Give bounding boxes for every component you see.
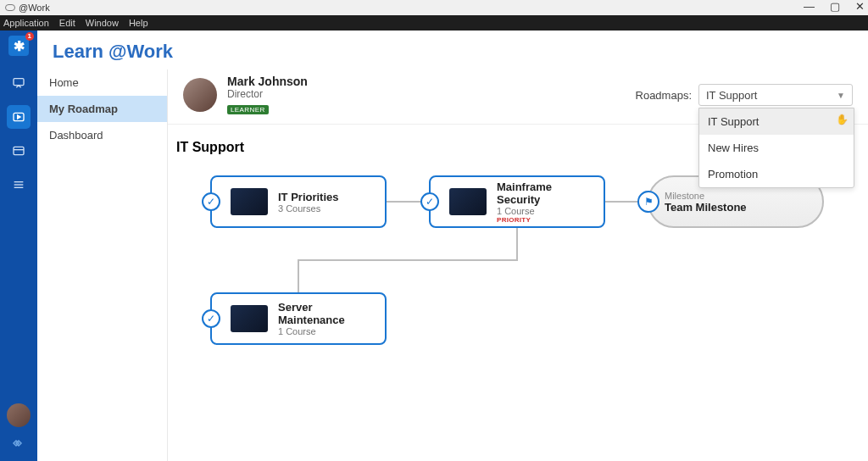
- sidebar-item-home[interactable]: Home: [37, 69, 167, 96]
- card-subtitle: 3 Courses: [278, 203, 339, 214]
- card-title: Server Maintenance: [278, 301, 376, 326]
- svg-rect-2: [14, 147, 24, 154]
- roadmap-select[interactable]: IT Support ▼ IT Support ✋ New Hires Prom…: [698, 84, 853, 106]
- card-subtitle: 1 Course: [278, 326, 376, 336]
- sidebar: Home My Roadmap Dashboard: [37, 69, 168, 461]
- check-icon: ✓: [420, 192, 439, 211]
- priority-badge: PRIORITY: [497, 216, 595, 224]
- menu-window[interactable]: Window: [86, 18, 119, 28]
- roadmap-dropdown: IT Support ✋ New Hires Promotion: [698, 108, 854, 188]
- rail-chat-icon[interactable]: [7, 71, 31, 95]
- roadmap-option-it-support[interactable]: IT Support ✋: [699, 108, 854, 135]
- window-close-button[interactable]: ✕: [855, 0, 865, 13]
- menubar: Application Edit Window Help: [0, 15, 868, 31]
- roadmap-canvas: ✓ IT Priorities 3 Courses ✓ Mainframe Se…: [168, 175, 868, 430]
- profile-name: Mark Johnson: [227, 75, 308, 88]
- sidebar-item-my-roadmap[interactable]: My Roadmap: [37, 96, 167, 122]
- check-icon: ✓: [202, 192, 220, 211]
- roadmap-option-new-hires[interactable]: New Hires: [699, 135, 854, 161]
- rail-play-icon[interactable]: [7, 105, 31, 129]
- app-eye-icon: [5, 4, 15, 11]
- card-thumbnail: [449, 188, 487, 215]
- roadmap-card-server-maintenance[interactable]: ✓ Server Maintenance 1 Course: [210, 292, 387, 345]
- roadmap-selected-value: IT Support: [706, 89, 757, 102]
- rail-user-avatar[interactable]: [7, 403, 31, 427]
- check-icon: ✓: [202, 309, 220, 328]
- card-thumbnail: [231, 305, 268, 332]
- menu-application[interactable]: Application: [3, 18, 49, 28]
- menu-edit[interactable]: Edit: [59, 18, 75, 28]
- profile-row: Mark Johnson Director LEARNER Roadmaps: …: [168, 69, 868, 125]
- roadmap-card-mainframe-security[interactable]: ✓ Mainframe Security 1 Course PRIORITY: [429, 175, 605, 228]
- chevron-down-icon: ▼: [837, 91, 845, 100]
- rail-menu-icon[interactable]: [7, 173, 31, 197]
- milestone-title: Team Milestone: [665, 201, 747, 214]
- window-minimize-button[interactable]: —: [804, 0, 815, 13]
- icon-rail: ✱ 1: [0, 31, 37, 461]
- card-title: Mainframe Security: [497, 181, 595, 206]
- window-titlebar: @Work — ▢ ✕: [0, 0, 868, 15]
- window-title: @Work: [19, 3, 50, 13]
- roadmap-picker-label: Roadmaps:: [636, 89, 692, 102]
- window-maximize-button[interactable]: ▢: [830, 0, 840, 13]
- card-subtitle: 1 Course: [497, 206, 595, 216]
- rail-logo[interactable]: ✱ 1: [8, 36, 29, 56]
- notification-badge: 1: [25, 32, 34, 41]
- profile-role: Director: [227, 88, 308, 100]
- roadmap-option-label: IT Support: [708, 115, 759, 128]
- cursor-pointer-icon: ✋: [836, 114, 849, 125]
- roadmap-option-promotion[interactable]: Promotion: [699, 161, 854, 187]
- learner-badge: LEARNER: [227, 105, 269, 114]
- card-title: IT Priorities: [278, 191, 339, 203]
- rail-link-icon[interactable]: [11, 436, 26, 454]
- roadmap-card-it-priorities[interactable]: ✓ IT Priorities 3 Courses: [210, 175, 387, 228]
- card-thumbnail: [231, 188, 268, 215]
- flag-icon: ⚑: [637, 191, 659, 213]
- sidebar-item-dashboard[interactable]: Dashboard: [37, 122, 167, 148]
- page-title: Learn @Work: [37, 31, 868, 69]
- profile-avatar[interactable]: [183, 78, 217, 112]
- rail-card-icon[interactable]: [7, 139, 31, 163]
- svg-rect-0: [14, 79, 24, 86]
- menu-help[interactable]: Help: [129, 18, 148, 28]
- milestone-label: Milestone: [665, 191, 747, 201]
